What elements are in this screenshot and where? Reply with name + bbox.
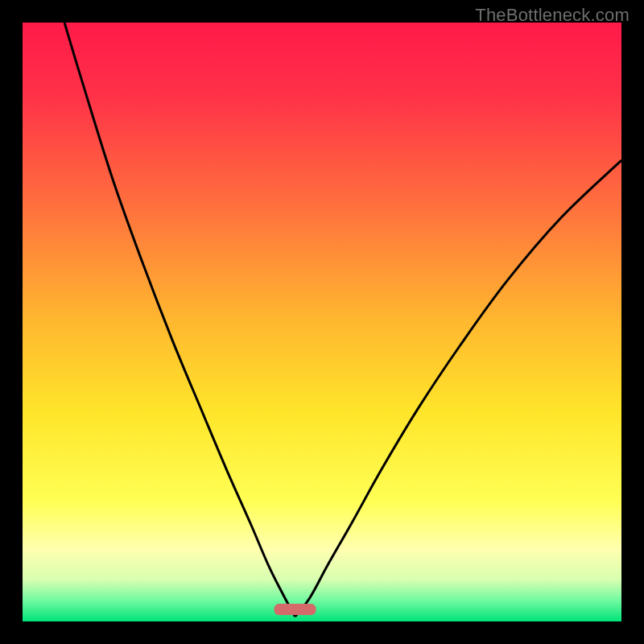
chart-frame: TheBottleneck.com [0,0,644,644]
gradient-background [23,23,621,621]
bottleneck-curve-chart [23,23,621,621]
plot-area [23,23,621,621]
optimal-marker [274,604,316,615]
